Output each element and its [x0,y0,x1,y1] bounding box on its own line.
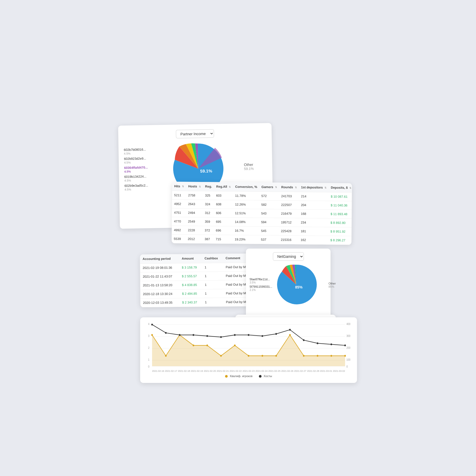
legend-item-2: 602b923d2e9... 4.5% [124,156,166,164]
black-dot-point [248,334,249,336]
golden-dot-point [234,345,236,346]
legend-item-4: 6019b134224... 4.5% [124,174,167,182]
golden-dot-point [248,355,249,357]
data-table-card: Hits ⇅ Hosts ⇅ Reg. Reg.All ⇅ Conversion… [172,182,352,245]
golden-dot-point [317,355,318,357]
golden-dot-point [344,355,346,357]
golden-dot-point [331,355,332,357]
svg-text:1: 1 [148,358,149,361]
black-dot-point [275,333,277,335]
golden-dot-point [151,334,153,336]
svg-text:59.1%: 59.1% [200,169,212,173]
black-dot-point [344,345,346,346]
svg-text:85%: 85% [295,285,303,289]
black-dot-point [289,329,291,331]
col-conversion: Conversion, % [233,182,259,191]
right-legend-1: 5fae87f6e11d... 3.5% [250,278,272,284]
main-container: Partner Income Revenue Share CPA 602b7b0… [119,124,357,352]
netgaming-dropdown[interactable]: NetGaming Other [273,252,304,261]
col-hosts[interactable]: Hosts ⇅ [186,182,203,191]
table-body: 5211 2758 325 603 11.78% 572 241703 214 … [172,191,352,245]
black-dot-point [234,334,236,336]
legend-golden: Квалиф. игроков [225,374,252,378]
black-dot-point [331,344,332,345]
black-dot-point [303,339,305,341]
black-dot-point [165,332,167,334]
golden-dot-point [289,334,291,336]
col-deposits[interactable]: Deposits, $ ⇅ [329,183,352,192]
golden-dot [225,375,228,378]
golden-dot-point [275,355,277,357]
col-rounds[interactable]: Rounds ⇅ [279,183,299,192]
black-dot-point [193,334,194,336]
black-dot-point [262,335,263,337]
right-pie-content: 5fae87f6e11d... 3.5% 5f79911599331... 2.… [250,263,327,306]
right-pie-legend: 5fae87f6e11d... 3.5% 5f79911599331... 2.… [250,278,272,292]
black-dot-point [207,335,208,337]
col-reg: Reg. [203,182,214,191]
col-gamers[interactable]: Gamers ⇅ [259,182,279,192]
svg-text:0: 0 [148,365,149,368]
svg-text:200: 200 [346,346,350,350]
legend-item-3: 60364ffafd470... 4.5% [124,165,166,173]
col-cashbox: Cashbox [202,254,223,263]
stats-table: Hits ⇅ Hosts ⇅ Reg. Reg.All ⇅ Conversion… [172,182,352,245]
col-regall[interactable]: Reg.All ⇅ [214,182,233,191]
x-axis-labels: 2021-02-16 2021-02-17 2021-02-18 2021-02… [145,370,352,372]
right-pie-header: NetGaming Other [250,252,327,261]
legend-item-5: 602b9e3ad5c2... 4.5% [124,183,167,191]
chart-area: 4 3 2 1 0 400 300 200 100 0 [145,322,352,369]
svg-text:3: 3 [148,335,149,338]
line-chart-card: 4 3 2 1 0 400 300 200 100 0 [140,317,357,383]
golden-dot-point [207,345,208,346]
col-amount: Amount [179,254,202,263]
right-pie-svg-wrap: 85% Other 85% [275,263,317,306]
svg-text:400: 400 [346,323,350,326]
col-firstdep[interactable]: 1st depositors ⇅ [299,183,329,192]
svg-text:2: 2 [148,346,149,350]
black-dot-point [179,334,180,336]
right-other-label: Other 85% [328,282,336,288]
other-label: Other 59.1% [244,162,254,171]
golden-dot-point [193,345,194,346]
legend-item-1: 602b7b08016... 4.5% [124,147,166,155]
black-dot-point [220,336,222,338]
golden-dot-point [165,355,167,357]
chart-legend: Квалиф. игроков Хосты [145,374,352,378]
black-dot-point [317,342,318,344]
golden-dot-point [262,355,263,357]
svg-text:4: 4 [148,323,150,326]
col-hits[interactable]: Hits ⇅ [172,182,186,191]
partner-income-dropdown[interactable]: Partner Income Revenue Share CPA [176,129,214,139]
legend-black: Хосты [259,374,272,378]
table-row: 5539 2012 387 715 19.23% 537 215316 162 … [172,235,352,245]
col-period: Accounting period [140,254,179,264]
golden-dot-point [220,355,222,357]
right-pie-card: NetGaming Other 5fae87f6e11d... 3.5% 5f7… [246,249,331,323]
black-dot-point [151,324,153,326]
black-dot [259,375,262,378]
right-legend-2: 5f79911599331... 2.1% [250,285,272,291]
svg-text:300: 300 [346,335,350,338]
svg-marker-18 [152,335,345,366]
svg-text:100: 100 [346,358,350,361]
svg-text:0: 0 [346,365,348,368]
golden-dot-point [303,355,305,357]
pie-legend: 602b7b08016... 4.5% 602b923d2e9... 4.5% … [124,147,167,193]
